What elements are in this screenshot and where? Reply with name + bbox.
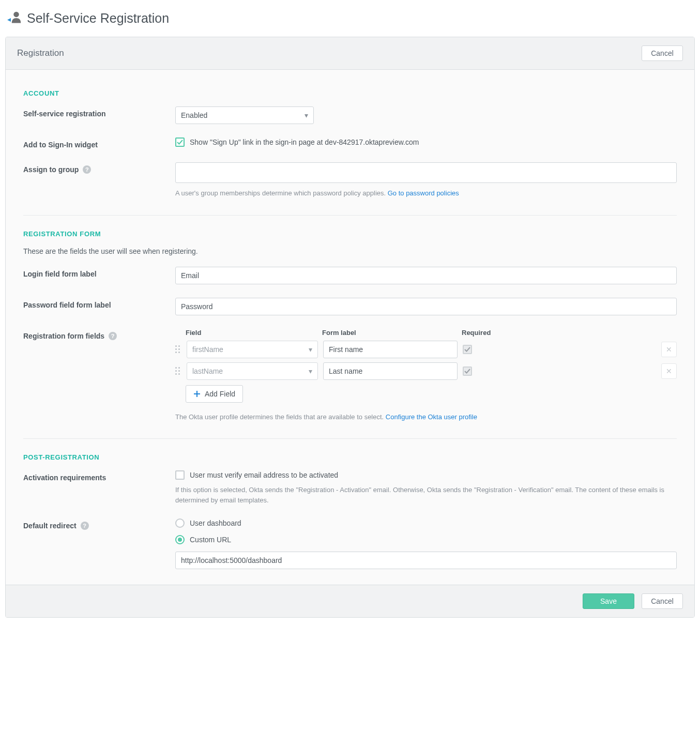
plus-icon — [193, 390, 201, 398]
user-add-icon — [7, 10, 22, 26]
help-icon: ? — [83, 165, 91, 174]
redirect-radio-dashboard[interactable] — [175, 518, 185, 528]
save-button[interactable]: Save — [583, 593, 634, 609]
activation-help: If this option is selected, Okta sends t… — [175, 485, 677, 505]
chevron-down-icon: ▾ — [305, 111, 308, 119]
section-title-account: ACCOUNT — [23, 89, 677, 97]
assign-group-help: A user's group memberships determine whi… — [175, 188, 677, 198]
login-field-label: Login field form label — [23, 267, 175, 278]
chevron-down-icon: ▾ — [309, 345, 312, 354]
redirect-label: Default redirect ? — [23, 518, 175, 530]
ssr-label: Self-service registration — [23, 106, 175, 118]
chevron-down-icon: ▾ — [309, 367, 312, 375]
panel-header: Registration Cancel — [6, 37, 694, 70]
field-select[interactable]: lastName ▾ — [187, 362, 318, 380]
assign-group-input[interactable] — [175, 162, 677, 183]
add-field-button[interactable]: Add Field — [186, 385, 243, 403]
password-policies-link[interactable]: Go to password policies — [388, 189, 459, 197]
field-label-input[interactable] — [323, 341, 458, 358]
svg-point-0 — [13, 12, 19, 18]
section-title-regform: REGISTRATION FORM — [23, 230, 677, 238]
drag-handle-icon[interactable] — [175, 367, 181, 375]
close-icon: ✕ — [666, 345, 672, 354]
drag-handle-icon[interactable] — [175, 345, 181, 353]
help-icon: ? — [109, 332, 117, 340]
divider — [23, 438, 677, 439]
divider — [23, 215, 677, 216]
activation-text: User must verify email address to be act… — [190, 471, 338, 479]
remove-field-button[interactable]: ✕ — [661, 363, 677, 379]
page-title: Self-Service Registration — [27, 11, 169, 26]
field-label-input[interactable] — [323, 362, 458, 380]
activation-checkbox[interactable] — [175, 470, 185, 480]
close-icon: ✕ — [666, 367, 672, 375]
add-widget-checkbox[interactable] — [175, 138, 185, 147]
registration-panel: Registration Cancel ACCOUNT Self-service… — [5, 37, 695, 618]
field-select[interactable]: firstName ▾ — [187, 341, 318, 358]
add-widget-label: Add to Sign-In widget — [23, 138, 175, 149]
panel-title: Registration — [17, 48, 64, 58]
field-row: firstName ▾ ✕ — [175, 341, 677, 358]
login-field-input[interactable] — [175, 267, 677, 284]
fields-help: The Okta user profile determines the fie… — [175, 412, 677, 422]
field-row: lastName ▾ ✕ — [175, 362, 677, 380]
section-title-postreg: POST-REGISTRATION — [23, 453, 677, 461]
required-checkbox — [463, 345, 472, 354]
assign-group-label: Assign to group ? — [23, 162, 175, 174]
cancel-button-bottom[interactable]: Cancel — [642, 593, 683, 609]
add-widget-text: Show "Sign Up" link in the sign-in page … — [190, 138, 419, 146]
activation-label: Activation requirements — [23, 470, 175, 482]
password-field-label: Password field form label — [23, 298, 175, 309]
remove-field-button[interactable]: ✕ — [661, 342, 677, 357]
page-header: Self-Service Registration — [7, 10, 695, 26]
redirect-custom-label: Custom URL — [190, 536, 231, 544]
ssr-select-value: Enabled — [181, 111, 207, 119]
redirect-radio-custom[interactable] — [175, 535, 185, 544]
fields-header: Field Form label Required — [175, 329, 677, 337]
redirect-url-input[interactable] — [175, 552, 677, 569]
redirect-dashboard-label: User dashboard — [190, 519, 241, 527]
regform-subtitle: These are the fields the user will see w… — [23, 247, 677, 255]
panel-footer: Save Cancel — [6, 585, 694, 617]
cancel-button-top[interactable]: Cancel — [642, 45, 683, 61]
configure-profile-link[interactable]: Configure the Okta user profile — [386, 413, 477, 421]
help-icon: ? — [81, 522, 89, 530]
required-checkbox — [463, 366, 472, 376]
reg-fields-label: Registration form fields ? — [23, 329, 175, 340]
password-field-input[interactable] — [175, 298, 677, 315]
ssr-select[interactable]: Enabled ▾ — [175, 106, 314, 124]
